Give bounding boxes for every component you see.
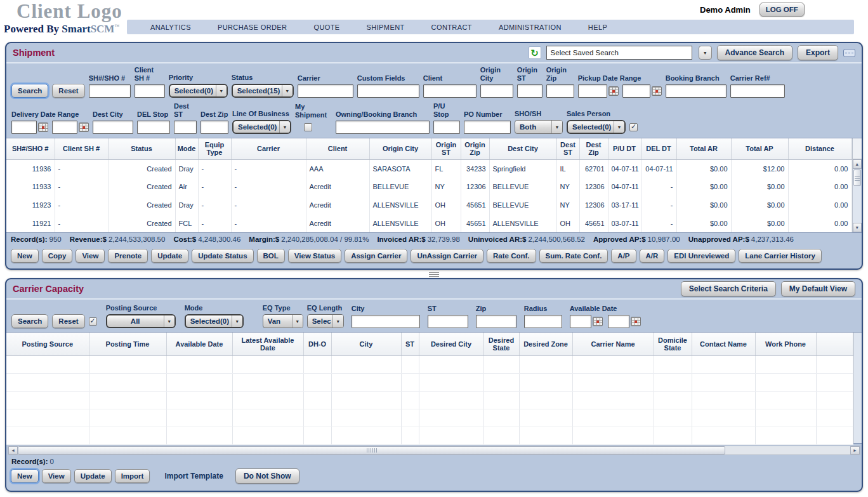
sho-sh-dropdown[interactable]: Both [515,120,563,134]
ship-column-dest-st[interactable]: Dest ST [556,138,579,159]
cc-column-work-phone[interactable]: Work Phone [755,333,816,355]
ship-column-total-ar[interactable]: Total AR [676,138,731,159]
shipment-row[interactable]: 11923-CreatedDray--AcreditALLENSVILLEOH4… [6,196,852,215]
cc-mode-dropdown[interactable]: Selected(0) [185,314,244,328]
scroll-down-arrow[interactable] [853,223,862,232]
priority-dropdown[interactable]: Selected(0) [169,84,228,98]
dest-st-input[interactable] [174,121,197,134]
my-default-view-button[interactable]: My Default View [781,281,855,296]
collapse-panel-icon[interactable] [843,49,855,57]
ship-column-dest-city[interactable]: Dest City [489,138,556,159]
ship-column-origin-city[interactable]: Origin City [369,138,431,159]
shipment-reset-button[interactable]: Reset [52,84,84,98]
ship-column-dest-zip[interactable]: Dest Zip [579,138,608,159]
calendar-icon[interactable] [79,123,89,132]
eq-length-dropdown[interactable]: Selec [307,314,344,328]
cc-column-desired-state[interactable]: Desired State [483,333,519,355]
cc-column-st[interactable]: ST [401,333,419,355]
cc-filter-checkbox[interactable] [89,317,97,326]
scroll-up-arrow[interactable] [853,159,862,169]
saved-search-dropdown-arrow[interactable] [699,46,712,60]
cc-column-desired-zone[interactable]: Desired Zone [519,333,572,355]
sales-person-checkbox[interactable] [629,123,638,131]
available-from-input[interactable] [570,315,591,328]
cc-st-input[interactable] [428,315,468,328]
dest-city-input[interactable] [93,121,133,134]
calendar-icon[interactable] [608,86,619,96]
cc-column-posting-time[interactable]: Posting Time [89,333,166,355]
nav-item-contract[interactable]: CONTRACT [418,23,485,31]
ship-column-p-u-dt[interactable]: P/U DT [608,138,641,159]
cc-column-contact-name[interactable]: Contact Name [692,333,755,355]
ship-lane-carrier-history-button[interactable]: Lane Carrier History [739,249,822,263]
eq-type-dropdown[interactable]: Van [263,314,303,328]
cc-column-carrier-name[interactable]: Carrier Name [572,333,654,355]
calendar-icon[interactable] [593,317,603,326]
custom-fields-input[interactable] [357,84,419,98]
cc-column-latest-available-date[interactable]: Latest Available Date [232,333,303,355]
scrollbar-track[interactable] [725,446,850,454]
calendar-icon[interactable] [652,86,662,96]
ship-column-distance[interactable]: Distance [788,138,852,159]
dest-zip-input[interactable] [201,121,228,134]
carrier-input[interactable] [298,84,353,98]
sales-person-dropdown[interactable]: Selected(0) [567,120,626,134]
cc-radius-input[interactable] [524,315,562,328]
client-input[interactable] [423,84,477,98]
refresh-icon[interactable] [529,46,541,59]
import-template-link[interactable]: Import Template [164,472,223,480]
ship-column-client[interactable]: Client [306,138,369,159]
calendar-icon[interactable] [631,317,641,326]
select-search-criteria-button[interactable]: Select Search Criteria [681,281,776,296]
cc-column-dh-o[interactable]: DH-O [303,333,331,355]
del-stop-input[interactable] [137,121,170,134]
ship-column-origin-zip[interactable]: Origin Zip [461,138,489,159]
status-dropdown[interactable]: Selected(15) [232,84,294,98]
log-off-button[interactable]: LOG OFF [760,3,805,17]
ship-a-r-button[interactable]: A/R [640,249,665,263]
ship-a-p-button[interactable]: A/P [611,249,636,263]
export-button[interactable]: Export [798,45,838,60]
cc-new-button[interactable]: New [11,469,39,483]
pickup-from-input[interactable] [578,84,607,98]
scrollbar-thumb[interactable] [853,169,862,186]
cc-vertical-scrollbar-track[interactable] [853,333,862,443]
nav-item-help[interactable]: HELP [575,23,621,31]
ship-bol-button[interactable]: BOL [257,249,285,263]
available-to-input[interactable] [608,315,629,328]
nav-item-purchase-order[interactable]: PURCHASE ORDER [204,23,301,31]
pickup-to-input[interactable] [622,84,650,98]
ship-column-mode[interactable]: Mode [175,138,198,159]
nav-item-administration[interactable]: ADMINISTRATION [485,23,575,31]
ship-column-status[interactable]: Status [108,138,175,159]
ship-sum-rate-conf-button[interactable]: Sum. Rate Conf. [539,249,608,263]
shipment-search-button[interactable]: Search [11,84,48,98]
my-shipment-checkbox[interactable] [304,123,312,131]
do-not-show-button[interactable]: Do Not Show [235,468,299,484]
origin-city-input[interactable] [480,84,513,98]
cc-view-button[interactable]: View [42,469,71,483]
panel-splitter[interactable] [429,272,439,277]
ship-new-button[interactable]: New [11,249,39,263]
sh-sho-input[interactable] [89,84,131,98]
scroll-right-arrow[interactable] [850,446,860,454]
cc-reset-button[interactable]: Reset [52,314,84,328]
cc-column-domicile-state[interactable]: Domicile State [654,333,692,355]
ship-column-origin-st[interactable]: Origin ST [431,138,461,159]
origin-zip-input[interactable] [546,84,574,98]
ship-copy-button[interactable]: Copy [42,249,73,263]
ship-column-total-ap[interactable]: Total AP [731,138,788,159]
ship-column-client-sh[interactable]: Client SH # [55,138,108,159]
advance-search-button[interactable]: Advance Search [717,45,792,60]
calendar-icon[interactable] [38,123,48,132]
scrollbar-track[interactable] [853,187,862,223]
ship-column-sh-sho[interactable]: SH#/SHO # [6,138,55,159]
ship-edi-unreviewed-button[interactable]: EDI Unreviewed [667,249,735,263]
delivery-from-input[interactable] [11,121,37,134]
saved-search-select[interactable]: Select Saved Search [546,46,692,60]
delivery-to-input[interactable] [52,121,77,134]
origin-st-input[interactable] [517,84,542,98]
ship-column-carrier[interactable]: Carrier [231,138,306,159]
ship-prenote-button[interactable]: Prenote [108,249,148,263]
owning-booking-branch-input[interactable] [336,121,430,134]
